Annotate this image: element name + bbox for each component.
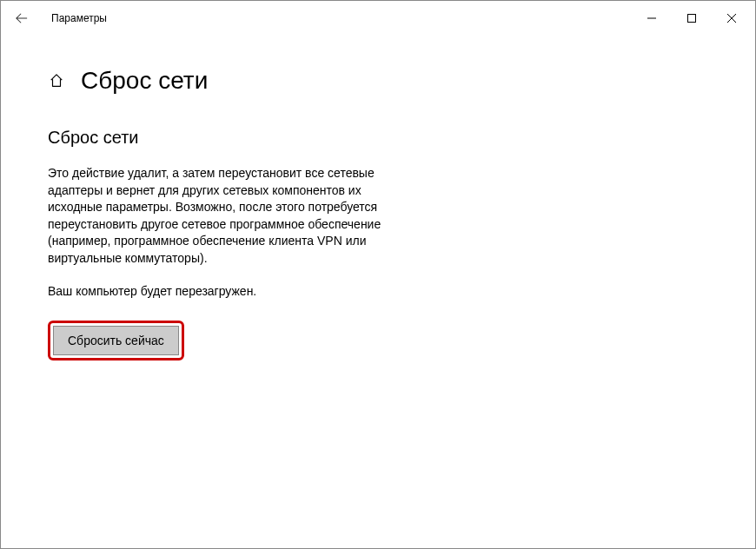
minimize-button[interactable] xyxy=(632,1,672,36)
description-text-2: Ваш компьютер будет перезагружен. xyxy=(48,283,406,301)
app-title: Параметры xyxy=(51,12,107,24)
maximize-icon xyxy=(687,14,696,23)
titlebar: Параметры xyxy=(1,1,755,36)
close-icon xyxy=(727,14,736,23)
home-button[interactable] xyxy=(48,72,65,89)
content-area: Сброс сети Это действие удалит, а затем … xyxy=(1,95,453,360)
reset-now-button[interactable]: Сбросить сейчас xyxy=(53,326,179,355)
svg-rect-1 xyxy=(688,15,696,23)
reset-button-highlight: Сбросить сейчас xyxy=(48,321,184,360)
home-icon xyxy=(49,73,64,89)
back-button[interactable] xyxy=(4,1,39,36)
minimize-icon xyxy=(647,14,656,23)
page-title: Сброс сети xyxy=(81,67,208,95)
description-text-1: Это действие удалит, а затем переустанов… xyxy=(48,165,406,268)
page-header: Сброс сети xyxy=(1,36,755,95)
window-controls xyxy=(632,1,752,36)
close-button[interactable] xyxy=(712,1,752,36)
section-title: Сброс сети xyxy=(48,128,406,148)
arrow-left-icon xyxy=(16,12,28,24)
maximize-button[interactable] xyxy=(672,1,712,36)
